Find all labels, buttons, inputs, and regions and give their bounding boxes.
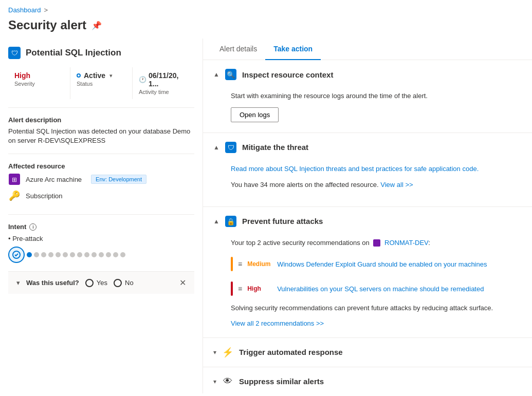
medium-severity-bar <box>231 257 233 271</box>
main-layout: 🛡 Potential SQL Injection High Severity … <box>0 39 532 393</box>
feedback-yes-option[interactable]: Yes <box>85 279 107 287</box>
env-badge: Env: Development <box>91 175 146 184</box>
description-section: Alert description Potential SQL Injectio… <box>8 116 194 154</box>
breadcrumb-home[interactable]: Dashboard <box>8 6 41 14</box>
description-text: Potential SQL Injection was detected on … <box>8 127 194 145</box>
mitigate-link-text: Read more about SQL Injection threats an… <box>231 164 522 174</box>
timeline-dot-13 <box>113 252 118 257</box>
prevent-chevron-icon: ▲ <box>213 218 219 225</box>
breadcrumb-separator: > <box>44 6 48 14</box>
timeline-dot-1 <box>27 252 32 257</box>
accordion-mitigate-header[interactable]: ▲ 🛡 Mitigate the threat <box>203 133 532 162</box>
resource-item-0: ⊞ Azure Arc machine Env: Development <box>8 173 194 185</box>
trigger-chevron-icon: ▾ <box>213 349 216 356</box>
intent-timeline <box>8 247 194 263</box>
inspect-body-text: Start with examining the resource logs a… <box>231 91 522 101</box>
status-chevron-icon[interactable]: ▾ <box>109 72 113 79</box>
view-all-recs-link[interactable]: View all 2 recommendations >> <box>231 319 324 327</box>
accordion-suppress: ▾ 👁 Suppress similar alerts <box>203 367 532 394</box>
mitigate-alerts-count: You have 34 more alerts on the affected … <box>231 181 379 188</box>
suppress-title: Suppress similar alerts <box>239 377 324 386</box>
svg-text:🔒: 🔒 <box>227 217 235 226</box>
svg-text:🔍: 🔍 <box>227 70 235 79</box>
timeline-dot-11 <box>99 252 104 257</box>
timeline-dot-14 <box>120 252 125 257</box>
high-severity-bar <box>231 281 233 296</box>
timeline-dot-12 <box>106 252 111 257</box>
status-item[interactable]: Active ▾ Status <box>70 67 132 99</box>
prevent-icon: 🔒 <box>225 215 237 228</box>
severity-medium-label: Medium <box>247 260 272 268</box>
inspect-chevron-icon: ▲ <box>213 71 219 78</box>
active-dot-icon <box>77 73 81 78</box>
resource-arc-icon: ⊞ <box>8 173 21 185</box>
accordion-trigger-header[interactable]: ▾ ⚡ Trigger automated response <box>203 338 532 367</box>
mitigate-title: Mitigate the threat <box>242 143 308 152</box>
mitigate-alerts-text: You have 34 more alerts on the affected … <box>231 180 522 190</box>
right-panel: Alert details Take action ▲ 🔍 Inspect re… <box>203 39 532 393</box>
rec-link-0[interactable]: Windows Defender Exploit Guard should be… <box>277 260 487 268</box>
timeline-dot-2 <box>34 252 39 257</box>
mitigate-icon: 🛡 <box>225 141 237 154</box>
open-logs-button[interactable]: Open logs <box>231 107 279 122</box>
accordion-mitigate: ▲ 🛡 Mitigate the threat Read more about … <box>203 133 532 207</box>
status-row: High Severity Active ▾ Status 🕐 06/11/20… <box>8 67 194 108</box>
inspect-icon: 🔍 <box>225 68 237 81</box>
rec-link-1[interactable]: Vulnerabilities on your SQL servers on m… <box>277 285 484 293</box>
mitigate-read-more-link[interactable]: Read more about SQL Injection threats an… <box>231 165 479 173</box>
radio-yes-icon <box>85 279 94 287</box>
tab-take-action[interactable]: Take action <box>265 39 321 60</box>
rec-list-icon-1: ≡ <box>238 285 242 293</box>
intent-bullet: • Pre-attack <box>8 235 194 242</box>
feedback-bar: ▾ Was this useful? Yes No ✕ <box>8 271 194 294</box>
timeline-dot-10 <box>91 252 97 257</box>
timeline-dot-4 <box>48 252 53 257</box>
timeline-active-icon <box>8 247 25 263</box>
feedback-close-button[interactable]: ✕ <box>179 278 186 288</box>
intent-section: Intent i • Pre-attack <box>8 223 194 263</box>
severity-item: High Severity <box>8 67 70 99</box>
mitigate-chevron-icon: ▲ <box>213 144 219 151</box>
severity-label: Severity <box>14 81 64 87</box>
accordion-prevent-header[interactable]: ▲ 🔒 Prevent future attacks <box>203 207 532 236</box>
accordion-suppress-header[interactable]: ▾ 👁 Suppress similar alerts <box>203 367 532 394</box>
timeline-dot-3 <box>41 252 46 257</box>
intent-info-icon[interactable]: i <box>29 223 36 231</box>
mitigate-view-all-link[interactable]: View all >> <box>380 181 413 188</box>
feedback-no-label: No <box>125 279 134 287</box>
prevent-intro: Your top 2 active security recommendatio… <box>231 238 522 248</box>
trigger-title: Trigger automated response <box>239 348 343 356</box>
accordion-inspect-header[interactable]: ▲ 🔍 Inspect resource context <box>203 60 532 89</box>
status-label: Status <box>77 81 126 87</box>
trigger-icon: ⚡ <box>222 346 234 359</box>
left-panel: 🛡 Potential SQL Injection High Severity … <box>0 39 203 393</box>
clock-icon: 🕐 <box>139 76 146 83</box>
affected-resource-section: Affected resource ⊞ Azure Arc machine En… <box>8 162 194 215</box>
severity-value: High <box>14 71 64 80</box>
active-row: Active ▾ <box>77 71 126 80</box>
timeline-dot-6 <box>63 252 68 257</box>
accordion-trigger: ▾ ⚡ Trigger automated response <box>203 338 532 367</box>
solving-text: Solving security recommendations can pre… <box>231 303 522 313</box>
activity-item: 🕐 06/11/20, 1... Activity time <box>132 67 194 99</box>
tab-alert-details[interactable]: Alert details <box>211 39 265 60</box>
resource-arc-name: Azure Arc machine <box>26 176 82 183</box>
resource-subscription-name: Subscription <box>26 192 63 200</box>
feedback-no-option[interactable]: No <box>114 279 134 287</box>
prevent-resource-icon <box>373 239 380 247</box>
prevent-title: Prevent future attacks <box>242 217 323 225</box>
svg-text:⊞: ⊞ <box>12 176 17 183</box>
intent-text: Intent <box>8 223 26 231</box>
resource-item-1: 🔑 Subscription <box>8 190 194 202</box>
timeline-dot-5 <box>56 252 61 257</box>
inspect-title: Inspect resource context <box>242 70 334 79</box>
shield-icon: 🛡 <box>8 47 21 59</box>
mitigate-body: Read more about SQL Injection threats an… <box>203 162 532 206</box>
pin-icon[interactable]: 📌 <box>91 21 102 30</box>
breadcrumb: Dashboard > <box>0 0 532 16</box>
prevent-resource-link[interactable]: RONMAT-DEV <box>384 239 428 247</box>
alert-name: Potential SQL Injection <box>26 48 121 58</box>
status-value: Active <box>84 71 105 80</box>
tab-bar: Alert details Take action <box>203 39 532 60</box>
feedback-chevron-icon[interactable]: ▾ <box>16 279 20 287</box>
